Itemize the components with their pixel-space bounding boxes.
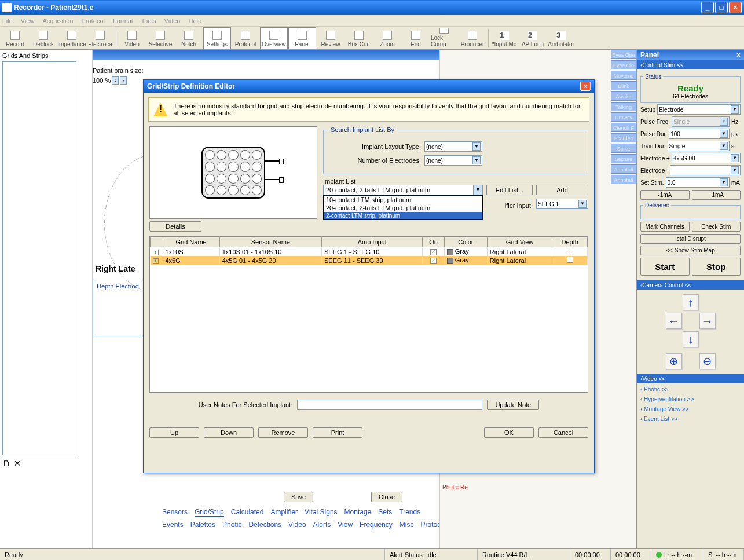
cam-left-button[interactable]: ← [666, 313, 682, 329]
tab-sets[interactable]: Sets [378, 508, 392, 516]
delete-icon[interactable]: ✕ [14, 459, 21, 468]
tab-calculated[interactable]: Calculated [231, 508, 264, 516]
dropdown-item[interactable]: 20-contact, 2-tails LTM grid, platinum [324, 204, 482, 212]
stim-select-pulse-dur-[interactable]: 100▼ [669, 129, 730, 139]
stim-select-electrode-[interactable]: 4x5G 08▼ [672, 153, 741, 163]
annot-annotati[interactable]: Annotati [611, 175, 636, 184]
annot-eyes-ope[interactable]: Eyes Ope [611, 50, 636, 59]
toolbar-panel[interactable]: Panel [288, 27, 316, 49]
spin-right-icon[interactable]: › [120, 76, 127, 85]
show-stim-map-button[interactable]: << Show Stim Map [640, 246, 741, 255]
down-button[interactable]: Down [204, 427, 254, 438]
cam-zoom-out-button[interactable]: ⊖ [699, 353, 716, 369]
table-row[interactable]: +1x10S1x10S 01 - 1x10S 10SEEG 1 - SEEG 1… [151, 247, 588, 257]
expand-photic-[interactable]: ‹ Photic >> [639, 385, 742, 394]
cam-down-button[interactable]: ↓ [683, 331, 699, 347]
remove-button[interactable]: Remove [258, 427, 308, 438]
tab-trends[interactable]: Trends [399, 508, 420, 516]
toolbar-impedance[interactable]: Impedance [58, 27, 86, 49]
col-sensor-name[interactable]: Sensor Name [219, 237, 321, 247]
tab-vital-signs[interactable]: Vital Signs [305, 508, 337, 516]
implant-list-select[interactable]: 20-contact, 2-tails LTM grid, platinum ▼… [323, 185, 483, 195]
toolbar-ambulator[interactable]: 3Ambulator [547, 27, 575, 49]
menu-protocol[interactable]: Protocol [82, 17, 105, 24]
camera-header[interactable]: ‹ Camera Control << [637, 280, 744, 290]
toolbar-video[interactable]: Video [118, 27, 146, 49]
toolbar-settings[interactable]: Settings [203, 27, 231, 49]
mark-channels-button[interactable]: Mark Channels [640, 222, 690, 232]
toolbar-review[interactable]: Review [317, 27, 344, 49]
annot-annotati[interactable]: Annotati [611, 164, 636, 174]
depth-checkbox[interactable] [567, 248, 573, 254]
menu-format[interactable]: Format [113, 17, 133, 24]
toolbar-lock-comp[interactable]: Lock Comp [430, 27, 458, 49]
col-depth[interactable]: Depth [552, 237, 588, 247]
annot-spike[interactable]: Spike [611, 144, 636, 153]
add-doc-icon[interactable]: 🗋 [2, 459, 10, 468]
implant-dropdown[interactable]: 10-contact LTM strip, platinum20-contact… [323, 195, 483, 220]
expand-hyperventilation-[interactable]: ‹ Hyperventilation >> [639, 394, 742, 404]
annot-clench-f[interactable]: Clench F [611, 123, 636, 132]
cam-right-button[interactable]: → [699, 313, 716, 329]
depth-checkbox[interactable] [567, 257, 573, 263]
tab-video[interactable]: Video [288, 521, 306, 529]
save-button[interactable]: Save [284, 492, 313, 502]
ictal-disrupt-button[interactable]: Ictal Disrupt [640, 234, 741, 244]
up-button[interactable]: Up [149, 427, 199, 438]
toolbar-record[interactable]: Record [1, 27, 29, 49]
expand-event-list-[interactable]: ‹ Event List >> [639, 414, 742, 424]
annot-drowsy[interactable]: Drowsy [611, 112, 636, 122]
tab-photic[interactable]: Photic [222, 521, 241, 529]
cam-up-button[interactable]: ↑ [683, 294, 699, 310]
update-note-button[interactable]: Update Note [487, 400, 539, 410]
ok-button[interactable]: OK [484, 427, 534, 438]
stim-header[interactable]: ‹ Cortical Stim << [637, 60, 744, 69]
tab-events[interactable]: Events [162, 521, 184, 529]
menu-view[interactable]: View [21, 17, 35, 24]
num-electrodes-select[interactable]: (none)▼ [424, 155, 482, 166]
details-button[interactable]: Details [149, 221, 201, 232]
toolbar-zoom[interactable]: Zoom [373, 27, 401, 49]
toolbar-ap-long[interactable]: 2AP Long [519, 27, 547, 49]
annot-seizure[interactable]: Seizure [611, 154, 636, 163]
stim-select-pulse-freq-[interactable]: Single▼ [672, 116, 730, 127]
dropdown-item[interactable]: 2-contact LTM strip, platinum [324, 212, 482, 219]
close-button[interactable]: × [729, 2, 742, 13]
expand-icon[interactable]: + [153, 250, 159, 255]
stop-button[interactable]: Stop [692, 258, 741, 276]
toolbar--input-mo[interactable]: 1*Input Mo [490, 27, 518, 49]
col-grid-view[interactable]: Grid View [487, 237, 552, 247]
toolbar-protocol[interactable]: Protocol [232, 27, 259, 49]
grids-strips-listbox[interactable] [2, 61, 76, 455]
toolbar-producer[interactable]: Producer [459, 27, 486, 49]
tab-grid-strip[interactable]: Grid/Strip [195, 508, 224, 517]
minimize-button[interactable]: _ [701, 2, 714, 13]
annot-moveme[interactable]: Moveme [611, 71, 636, 80]
menu-file[interactable]: File [2, 17, 13, 24]
menu-help[interactable]: Help [188, 17, 201, 24]
col-color[interactable]: Color [444, 237, 487, 247]
menu-acquisition[interactable]: Acquisition [42, 17, 73, 24]
toolbar-selective[interactable]: Selective [146, 27, 174, 49]
add-button[interactable]: Add [536, 185, 588, 195]
annot-awake[interactable]: Awake [611, 91, 636, 101]
col-on[interactable]: On [423, 237, 444, 247]
tab-sensors[interactable]: Sensors [162, 508, 188, 516]
tab-detections[interactable]: Detections [248, 521, 281, 529]
menu-tools[interactable]: Tools [141, 17, 156, 24]
menu-video[interactable]: Video [164, 17, 181, 24]
cancel-button[interactable]: Cancel [538, 427, 588, 438]
tab-frequency[interactable]: Frequency [360, 521, 393, 529]
tab-misc[interactable]: Misc [400, 521, 414, 529]
annot-talking[interactable]: Talking [611, 102, 636, 111]
dialog-close-button[interactable]: × [580, 82, 591, 91]
video-header[interactable]: ‹ Video << [637, 374, 744, 383]
annot-fix-elec[interactable]: Fix Elec [611, 133, 636, 142]
minus-1ma-button[interactable]: -1mA [640, 190, 690, 200]
tab-montage[interactable]: Montage [344, 508, 372, 516]
plus-1ma-button[interactable]: +1mA [692, 190, 741, 200]
dropdown-item[interactable]: 10-contact LTM strip, platinum [324, 196, 482, 204]
tab-amplifier[interactable]: Amplifier [270, 508, 298, 516]
toolbar-deblock[interactable]: Deblock [30, 27, 57, 49]
toolbar-box-cur-[interactable]: Box Cur. [345, 27, 373, 49]
